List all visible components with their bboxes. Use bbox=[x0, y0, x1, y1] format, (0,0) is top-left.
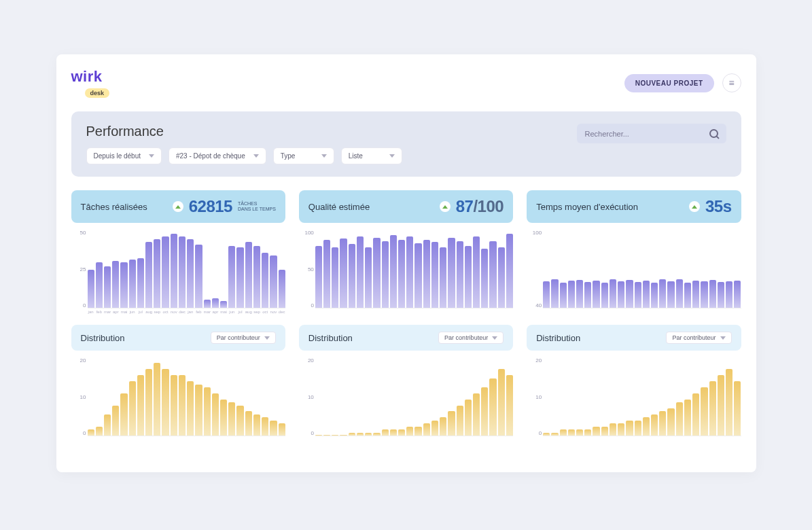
chart-bar bbox=[204, 300, 211, 308]
chart-bar bbox=[667, 281, 674, 308]
chart-bar bbox=[245, 242, 252, 308]
filter-view[interactable]: Liste bbox=[341, 147, 402, 164]
search-box[interactable] bbox=[577, 124, 726, 143]
chart-bar bbox=[390, 429, 397, 436]
chart-bar bbox=[576, 429, 583, 436]
chart-bar bbox=[154, 239, 160, 308]
menu-button[interactable]: ≡ bbox=[722, 73, 741, 92]
chart-bar bbox=[332, 435, 338, 436]
chart-bar bbox=[465, 246, 472, 308]
dist-title: Distribution bbox=[308, 333, 353, 343]
chart-bar bbox=[481, 249, 488, 308]
chart-bar bbox=[382, 241, 389, 308]
tasks-sub2: DANS LE TEMPS bbox=[238, 207, 276, 212]
chart-bar bbox=[220, 301, 227, 308]
card-quality-header: Qualité estimée 87/100 bbox=[299, 190, 513, 223]
chart-bar bbox=[473, 393, 480, 436]
chart-bar bbox=[365, 433, 372, 436]
chart-bar bbox=[406, 427, 413, 436]
chart-bar bbox=[473, 236, 480, 308]
chart-bar bbox=[315, 246, 322, 308]
card-quality-title: Qualité estimée bbox=[308, 202, 370, 212]
dist-filter-label: Par contributeur bbox=[672, 334, 716, 341]
filter-panel-left: Performance Depuis le début #23 - Dépot … bbox=[86, 124, 563, 164]
search-icon bbox=[709, 129, 718, 138]
chart-bar bbox=[584, 282, 591, 308]
trend-up-icon bbox=[692, 205, 697, 209]
filter-project[interactable]: #23 - Dépot de chèque bbox=[169, 147, 266, 164]
chart-bar bbox=[323, 435, 330, 436]
chart-bar bbox=[253, 414, 260, 436]
chart-bar bbox=[129, 260, 136, 308]
chart-bar bbox=[659, 411, 666, 436]
chevron-down-icon bbox=[720, 336, 726, 340]
chart-bar bbox=[684, 400, 691, 436]
chart-tasks: 50250janfebmaraprmaijunjulaugsepoctnovde… bbox=[71, 230, 285, 318]
chart-bar bbox=[643, 417, 650, 436]
chart-bar bbox=[684, 283, 691, 308]
chart-dist-time: 20100 bbox=[527, 357, 741, 446]
chart-bar bbox=[560, 283, 567, 308]
chart-bar bbox=[692, 393, 699, 436]
chart-bar bbox=[104, 266, 111, 308]
brand-name: wirk bbox=[71, 68, 110, 86]
chart-bar bbox=[96, 427, 103, 436]
chart-bar bbox=[373, 238, 380, 308]
chart-bar bbox=[357, 236, 364, 308]
chart-bar bbox=[576, 280, 583, 308]
chart-bar bbox=[457, 241, 463, 308]
card-quality-right: 87/100 bbox=[440, 197, 504, 216]
chart-bar bbox=[610, 423, 616, 436]
chart-bar bbox=[610, 279, 616, 308]
dist-filter-pill[interactable]: Par contributeur bbox=[211, 332, 276, 344]
chart-bar bbox=[709, 381, 716, 436]
chart-bar bbox=[560, 429, 567, 436]
filter-period[interactable]: Depuis le début bbox=[86, 147, 162, 164]
dist-filter-label: Par contributeur bbox=[444, 334, 488, 341]
chart-bar bbox=[659, 279, 666, 308]
chevron-down-icon bbox=[264, 336, 270, 340]
page-title: Performance bbox=[86, 124, 563, 139]
filter-type[interactable]: Type bbox=[273, 147, 334, 164]
chart-bar bbox=[489, 378, 496, 436]
dist-title: Distribution bbox=[81, 333, 125, 343]
chart-bar bbox=[332, 247, 338, 308]
search-input[interactable] bbox=[585, 130, 694, 138]
chart-bar bbox=[340, 435, 347, 436]
chart-bar bbox=[448, 411, 455, 436]
chart-bar bbox=[104, 414, 111, 436]
chart-bar bbox=[543, 433, 550, 436]
chart-bar bbox=[414, 243, 421, 308]
chart-bar bbox=[236, 247, 243, 308]
dist-filter-pill[interactable]: Par contributeur bbox=[666, 332, 731, 344]
chart-bar bbox=[489, 241, 496, 308]
chart-bar bbox=[431, 421, 438, 436]
chart-bar bbox=[701, 387, 707, 436]
chart-bar bbox=[228, 246, 235, 308]
chart-bar bbox=[262, 417, 268, 436]
chart-bar bbox=[279, 423, 285, 436]
chart-bar bbox=[440, 247, 446, 308]
chart-bar bbox=[423, 240, 430, 308]
dist-filter-label: Par contributeur bbox=[217, 334, 260, 341]
chart-bar bbox=[701, 281, 707, 308]
dist-filter-pill[interactable]: Par contributeur bbox=[438, 332, 504, 344]
new-project-button[interactable]: NOUVEAU PROJET bbox=[624, 74, 714, 92]
filter-panel: Performance Depuis le début #23 - Dépot … bbox=[71, 111, 741, 177]
dist-title: Distribution bbox=[536, 333, 580, 343]
chart-bar bbox=[601, 283, 608, 308]
chart-bar bbox=[414, 427, 421, 436]
chart-bar bbox=[112, 406, 119, 436]
chart-bar bbox=[340, 238, 347, 308]
filter-period-label: Depuis le début bbox=[94, 152, 141, 160]
chart-bar bbox=[618, 423, 624, 436]
chart-bar bbox=[726, 281, 732, 308]
chart-bar bbox=[726, 369, 732, 436]
chart-bar bbox=[154, 363, 160, 436]
chart-bar bbox=[179, 236, 186, 308]
topbar: wirk desk NOUVEAU PROJET ≡ bbox=[71, 68, 741, 98]
chart-bar bbox=[171, 234, 177, 308]
chart-bar bbox=[568, 281, 575, 308]
app-window: wirk desk NOUVEAU PROJET ≡ Performance D… bbox=[56, 54, 756, 472]
chart-bar bbox=[651, 283, 658, 308]
